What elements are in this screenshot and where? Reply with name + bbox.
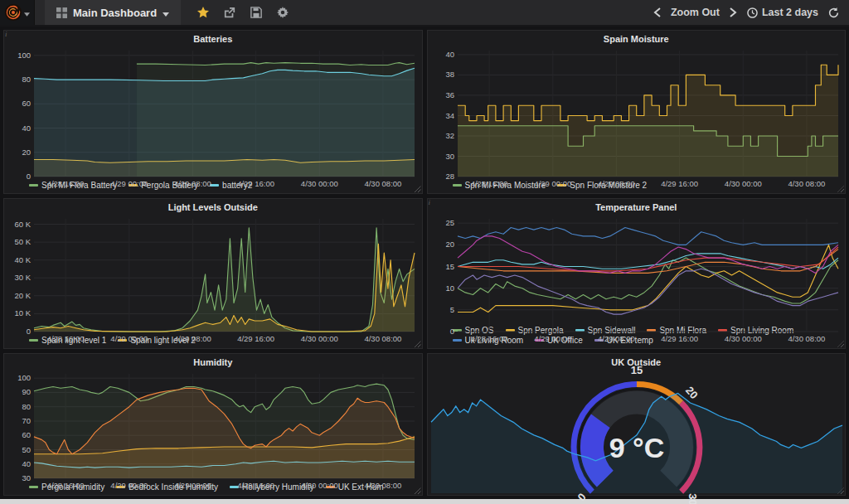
dashboard-selector[interactable]: Main Dashboard: [45, 0, 181, 25]
caret-down-icon: [163, 5, 169, 20]
svg-text:40: 40: [22, 124, 31, 133]
grafana-logo-icon: [4, 3, 22, 22]
svg-text:30: 30: [445, 152, 454, 161]
svg-text:4/29 00:00: 4/29 00:00: [110, 334, 148, 343]
chevron-right-icon[interactable]: [730, 7, 737, 17]
zoom-out-button[interactable]: Zoom Out: [671, 7, 720, 18]
svg-text:4/30 08:00: 4/30 08:00: [788, 334, 825, 343]
svg-text:4/28 16:00: 4/28 16:00: [470, 334, 507, 343]
chevron-left-icon[interactable]: [653, 7, 661, 17]
svg-text:4/30 08:00: 4/30 08:00: [364, 334, 401, 343]
svg-text:4/29 00:00: 4/29 00:00: [110, 179, 148, 188]
svg-text:4/30 00:00: 4/30 00:00: [301, 334, 338, 343]
svg-text:50: 50: [22, 445, 31, 454]
share-icon[interactable]: [224, 7, 235, 18]
svg-text:30: 30: [22, 473, 31, 482]
svg-text:4/29 00:00: 4/29 00:00: [534, 334, 571, 343]
svg-text:4/30 08:00: 4/30 08:00: [364, 481, 401, 490]
panel-batteries: i Batteries 0204060801004/28 16:004/29 0…: [3, 30, 423, 194]
chart-temperature[interactable]: 05101520254/28 16:004/29 00:004/29 08:00…: [431, 214, 842, 325]
svg-text:30: 30: [686, 493, 698, 504]
svg-text:100: 100: [17, 373, 31, 382]
gauge-uk-outside[interactable]: 01520309 °C: [431, 369, 842, 493]
panel-temperature: i Temperature Panel 05101520254/28 16:00…: [427, 198, 847, 349]
svg-text:20: 20: [445, 240, 454, 249]
svg-text:28: 28: [445, 172, 454, 181]
panel-title-spain-moisture[interactable]: Spain Moisture: [431, 31, 842, 46]
panel-title-light-levels[interactable]: Light Levels Outside: [7, 199, 419, 214]
svg-text:20: 20: [22, 148, 31, 157]
svg-text:100: 100: [17, 51, 31, 60]
svg-text:4/29 08:00: 4/29 08:00: [597, 179, 634, 188]
svg-text:4/30 00:00: 4/30 00:00: [301, 481, 338, 490]
svg-text:60: 60: [22, 430, 31, 439]
svg-text:4/30 00:00: 4/30 00:00: [724, 179, 761, 188]
svg-text:32: 32: [445, 131, 454, 140]
svg-text:36: 36: [445, 90, 454, 99]
svg-text:4/29 16:00: 4/29 16:00: [237, 334, 274, 343]
svg-text:4/28 16:00: 4/28 16:00: [47, 481, 85, 490]
time-range-label: Last 2 days: [762, 7, 818, 18]
refresh-icon[interactable]: [828, 7, 839, 18]
chart-batteries[interactable]: 0204060801004/28 16:004/29 00:004/29 08:…: [7, 46, 419, 180]
svg-text:40: 40: [22, 459, 31, 468]
svg-text:4/30 08:00: 4/30 08:00: [364, 179, 401, 188]
page-bottom-edge: [0, 499, 849, 504]
svg-text:4/30 08:00: 4/30 08:00: [788, 179, 825, 188]
svg-text:4/29 08:00: 4/29 08:00: [174, 481, 211, 490]
svg-text:50 K: 50 K: [14, 237, 31, 246]
svg-text:90: 90: [22, 387, 31, 396]
svg-text:30 K: 30 K: [14, 273, 31, 282]
svg-text:4/28 16:00: 4/28 16:00: [470, 179, 507, 188]
time-range-picker[interactable]: Last 2 days: [747, 7, 818, 18]
save-icon[interactable]: [250, 7, 262, 18]
svg-text:4/29 08:00: 4/29 08:00: [174, 334, 211, 343]
svg-text:34: 34: [445, 111, 454, 120]
chart-spain-moisture[interactable]: 283032343638404/28 16:004/29 00:004/29 0…: [431, 46, 842, 180]
svg-text:9 °C: 9 °C: [609, 432, 664, 463]
svg-text:38: 38: [445, 70, 454, 79]
svg-text:10: 10: [445, 284, 454, 293]
svg-text:20 K: 20 K: [14, 291, 31, 300]
svg-text:4/29 16:00: 4/29 16:00: [237, 481, 274, 490]
svg-text:4/29 08:00: 4/29 08:00: [174, 179, 211, 188]
grafana-menu-button[interactable]: [0, 0, 35, 25]
svg-text:0: 0: [27, 172, 31, 181]
settings-gear-icon[interactable]: [277, 7, 289, 18]
svg-text:40: 40: [445, 50, 454, 59]
svg-text:60 K: 60 K: [14, 220, 31, 229]
panel-spain-moisture: Spain Moisture 283032343638404/28 16:004…: [427, 30, 847, 194]
svg-text:40 K: 40 K: [14, 255, 31, 264]
panel-uk-outside: UK Outside 01520309 °C: [427, 353, 847, 496]
top-navbar: Main Dashboard Zoom Out Last: [0, 0, 849, 27]
panel-title-temperature[interactable]: Temperature Panel: [431, 199, 842, 214]
dashboard-grid: i Batteries 0204060801004/28 16:004/29 0…: [0, 27, 849, 499]
chart-light-levels[interactable]: 010 K20 K30 K40 K50 K60 K4/28 16:004/29 …: [7, 214, 419, 335]
chart-humidity[interactable]: 304050607080901004/28 16:004/29 00:004/2…: [7, 369, 419, 482]
svg-text:4/29 16:00: 4/29 16:00: [237, 179, 274, 188]
panel-info-icon[interactable]: i: [429, 198, 431, 206]
favorite-star-icon[interactable]: [197, 7, 209, 18]
svg-text:4/29 00:00: 4/29 00:00: [534, 179, 571, 188]
svg-text:80: 80: [22, 75, 31, 84]
svg-text:0: 0: [449, 327, 454, 336]
svg-text:4/30 00:00: 4/30 00:00: [301, 179, 338, 188]
svg-text:0: 0: [27, 327, 31, 336]
svg-text:25: 25: [445, 218, 454, 227]
dashboard-grid-icon: [56, 7, 67, 18]
dashboard-title: Main Dashboard: [73, 7, 157, 19]
svg-text:15: 15: [630, 364, 642, 376]
svg-text:4/29 00:00: 4/29 00:00: [110, 481, 148, 490]
svg-text:4/28 16:00: 4/28 16:00: [47, 334, 85, 343]
svg-text:4/29 08:00: 4/29 08:00: [597, 334, 634, 343]
panel-info-icon[interactable]: i: [5, 30, 7, 38]
panel-title-humidity[interactable]: Humidity: [7, 354, 419, 369]
svg-text:15: 15: [445, 262, 454, 271]
svg-text:10 K: 10 K: [14, 308, 31, 317]
panel-light-levels: Light Levels Outside 010 K20 K30 K40 K50…: [3, 198, 423, 349]
svg-text:4/30 00:00: 4/30 00:00: [724, 334, 761, 343]
svg-text:4/29 16:00: 4/29 16:00: [661, 179, 698, 188]
svg-text:80: 80: [22, 402, 31, 411]
panel-humidity: Humidity 304050607080901004/28 16:004/29…: [3, 353, 423, 496]
panel-title-batteries[interactable]: Batteries: [7, 31, 419, 46]
